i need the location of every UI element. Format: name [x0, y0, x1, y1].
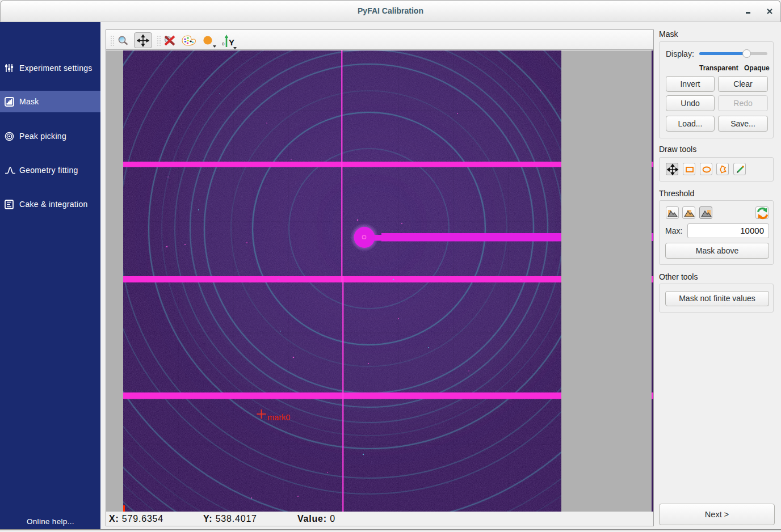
svg-text:0: 0	[222, 41, 225, 47]
svg-text:Y: Y	[229, 37, 234, 47]
svg-text:mark0: mark0	[267, 413, 290, 422]
